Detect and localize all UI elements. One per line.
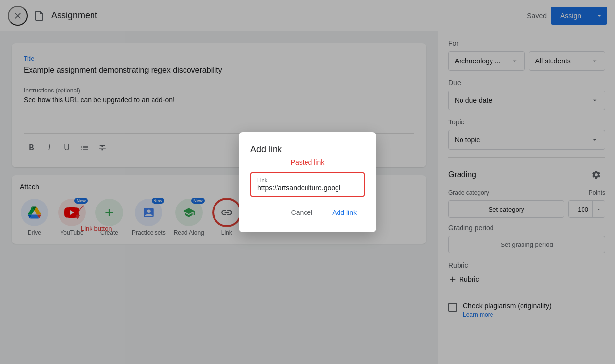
link-field-label: Link xyxy=(257,177,358,183)
link-field-wrapper: Link https://artsandculture.googl xyxy=(250,172,365,197)
link-field-value: https://artsandculture.googl xyxy=(257,184,358,192)
modal-overlay: Add link Pasted link Link https://artsan… xyxy=(0,0,615,364)
dialog-title: Add link xyxy=(250,144,365,154)
dialog-actions: Cancel Add link xyxy=(250,205,365,220)
pasted-link-label: Pasted link xyxy=(250,158,365,166)
cancel-button[interactable]: Cancel xyxy=(283,205,321,220)
add-link-dialog: Add link Pasted link Link https://artsan… xyxy=(239,132,376,232)
add-link-button[interactable]: Add link xyxy=(324,205,365,220)
